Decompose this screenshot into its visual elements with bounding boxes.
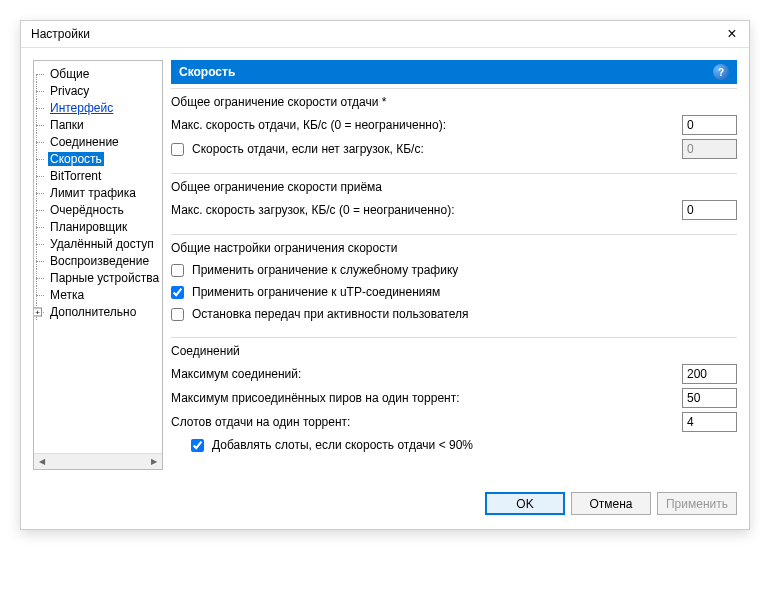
- tree-item-label: Парные устройства: [48, 271, 161, 285]
- max-peers-input[interactable]: [682, 388, 737, 408]
- opt-utp-label: Применить ограничение к uTP-соединениям: [192, 285, 440, 299]
- tree-item-метка[interactable]: Метка: [36, 286, 160, 303]
- upload-alt-checkbox[interactable]: [171, 143, 184, 156]
- category-tree[interactable]: ОбщиеPrivacyИнтерфейсПапкиСоединениеСкор…: [33, 60, 163, 470]
- tree-item-дополнительно[interactable]: +Дополнительно: [36, 303, 160, 320]
- tree-item-лимит трафика[interactable]: Лимит трафика: [36, 184, 160, 201]
- ok-button[interactable]: OK: [485, 492, 565, 515]
- cancel-button[interactable]: Отмена: [571, 492, 651, 515]
- section-title: Соединений: [171, 344, 737, 358]
- section-connections: Соединений Максимум соединений: Максимум…: [171, 337, 737, 464]
- tree-item-label: BitTorrent: [48, 169, 103, 183]
- upload-max-input[interactable]: [682, 115, 737, 135]
- slots-input[interactable]: [682, 412, 737, 432]
- tree-item-планировщик[interactable]: Планировщик: [36, 218, 160, 235]
- section-download: Общее ограничение скорости приёма Макс. …: [171, 173, 737, 230]
- tree-item-label: Папки: [48, 118, 86, 132]
- tree-item-парные устройства[interactable]: Парные устройства: [36, 269, 160, 286]
- upload-alt-input: [682, 139, 737, 159]
- scroll-right-icon[interactable]: ▶: [146, 454, 162, 469]
- tree-item-label: Лимит трафика: [48, 186, 138, 200]
- tree-scrollbar[interactable]: ◀ ▶: [34, 453, 162, 469]
- opt-stop-checkbox[interactable]: [171, 308, 184, 321]
- tree-item-label: Общие: [48, 67, 91, 81]
- panel-title: Скорость: [179, 65, 235, 79]
- tree-item-label: Скорость: [48, 152, 104, 166]
- upload-alt-label: Скорость отдачи, если нет загрузок, КБ/с…: [192, 142, 424, 156]
- window-title: Настройки: [31, 27, 90, 41]
- download-max-label: Макс. скорость загрузок, КБ/с (0 = неогр…: [171, 203, 455, 217]
- tree-item-удалённый доступ[interactable]: Удалённый доступ: [36, 235, 160, 252]
- tree-item-интерфейс[interactable]: Интерфейс: [36, 99, 160, 116]
- add-slots-label: Добавлять слоты, если скорость отдачи < …: [212, 438, 473, 452]
- tree-item-скорость[interactable]: Скорость: [36, 150, 160, 167]
- section-options: Общие настройки ограничения скорости При…: [171, 234, 737, 333]
- tree-item-соединение[interactable]: Соединение: [36, 133, 160, 150]
- opt-stop-label: Остановка передач при активности пользов…: [192, 307, 469, 321]
- dialog-footer: OK Отмена Применить: [21, 482, 749, 529]
- max-conn-input[interactable]: [682, 364, 737, 384]
- tree-item-label: Воспроизведение: [48, 254, 151, 268]
- titlebar: Настройки ×: [21, 21, 749, 48]
- opt-overhead-label: Применить ограничение к служебному трафи…: [192, 263, 458, 277]
- tree-item-label: Удалённый доступ: [48, 237, 156, 251]
- help-icon[interactable]: ?: [713, 64, 729, 80]
- download-max-input[interactable]: [682, 200, 737, 220]
- tree-item-папки[interactable]: Папки: [36, 116, 160, 133]
- slots-label: Слотов отдачи на один торрент:: [171, 415, 350, 429]
- section-title: Общие настройки ограничения скорости: [171, 241, 737, 255]
- tree-item-label: Очерёдность: [48, 203, 126, 217]
- expand-icon[interactable]: +: [33, 307, 42, 316]
- tree-item-воспроизведение[interactable]: Воспроизведение: [36, 252, 160, 269]
- max-peers-label: Максимум присоединённых пиров на один то…: [171, 391, 460, 405]
- tree-item-bittorrent[interactable]: BitTorrent: [36, 167, 160, 184]
- add-slots-checkbox[interactable]: [191, 439, 204, 452]
- tree-item-очерёдность[interactable]: Очерёдность: [36, 201, 160, 218]
- apply-button[interactable]: Применить: [657, 492, 737, 515]
- tree-item-label: Дополнительно: [48, 305, 138, 319]
- section-upload: Общее ограничение скорости отдачи * Макс…: [171, 88, 737, 169]
- opt-utp-checkbox[interactable]: [171, 286, 184, 299]
- tree-item-общие[interactable]: Общие: [36, 65, 160, 82]
- section-title: Общее ограничение скорости приёма: [171, 180, 737, 194]
- tree-item-label: Интерфейс: [48, 101, 115, 115]
- tree-item-label: Privacy: [48, 84, 91, 98]
- tree-item-label: Соединение: [48, 135, 121, 149]
- settings-dialog: Настройки × ОбщиеPrivacyИнтерфейсПапкиСо…: [20, 20, 750, 530]
- max-conn-label: Максимум соединений:: [171, 367, 301, 381]
- tree-item-privacy[interactable]: Privacy: [36, 82, 160, 99]
- close-icon[interactable]: ×: [725, 27, 739, 41]
- upload-max-label: Макс. скорость отдачи, КБ/с (0 = неогран…: [171, 118, 446, 132]
- tree-item-label: Метка: [48, 288, 86, 302]
- panel-header: Скорость ?: [171, 60, 737, 84]
- tree-item-label: Планировщик: [48, 220, 129, 234]
- content-panel: Скорость ? Общее ограничение скорости от…: [171, 60, 737, 470]
- scroll-left-icon[interactable]: ◀: [34, 454, 50, 469]
- opt-overhead-checkbox[interactable]: [171, 264, 184, 277]
- section-title: Общее ограничение скорости отдачи *: [171, 95, 737, 109]
